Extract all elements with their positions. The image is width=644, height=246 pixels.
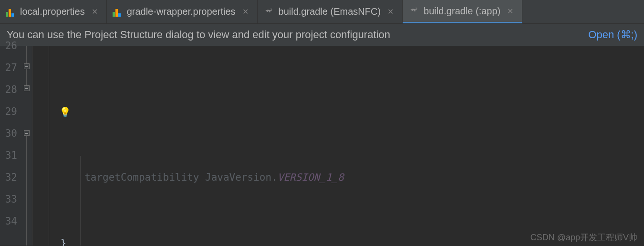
properties-file-icon xyxy=(6,7,15,17)
tab-label: build.gradle (:app) xyxy=(424,6,500,17)
fold-toggle-icon[interactable] xyxy=(24,63,30,69)
code-editor[interactable]: 26 27 28 29 30 31 32 33 34 💡 targetCompa… xyxy=(0,46,644,246)
tab-build-gradle-app[interactable]: build.gradle (:app) ✕ xyxy=(403,0,522,23)
tab-label: gradle-wrapper.properties xyxy=(127,6,236,17)
line-number: 33 xyxy=(0,188,17,210)
gradle-file-icon xyxy=(263,7,274,17)
project-structure-banner: You can use the Project Structure dialog… xyxy=(0,24,644,46)
intention-bulb-icon[interactable]: 💡 xyxy=(59,107,69,117)
code-line: targetCompatibility JavaVersion.VERSION_… xyxy=(36,166,644,188)
line-number: 26 xyxy=(0,35,17,57)
close-icon[interactable]: ✕ xyxy=(505,6,515,17)
tab-label: local.properties xyxy=(20,6,85,17)
line-number: 29 xyxy=(0,101,17,123)
tab-gradle-wrapper[interactable]: gradle-wrapper.properties ✕ xyxy=(107,0,258,23)
line-number: 34 xyxy=(0,210,17,232)
properties-file-icon xyxy=(113,7,122,17)
line-number: 31 xyxy=(0,144,17,166)
open-project-structure-link[interactable]: Open (⌘;) xyxy=(588,29,637,41)
watermark-text: CSDN @app开发工程师V帅 xyxy=(530,232,637,243)
tab-label: build.gradle (EmasNFC) xyxy=(279,6,381,17)
line-number: 28 xyxy=(0,79,17,101)
close-icon[interactable]: ✕ xyxy=(240,6,250,17)
banner-text: You can use the Project Structure dialog… xyxy=(7,29,390,41)
tab-local-properties[interactable]: local.properties ✕ xyxy=(0,0,107,23)
line-number: 32 xyxy=(0,166,17,188)
close-icon[interactable]: ✕ xyxy=(385,6,395,17)
line-number-gutter: 26 27 28 29 30 31 32 33 34 xyxy=(0,46,22,246)
fold-toggle-icon[interactable] xyxy=(24,130,30,136)
line-number: 30 xyxy=(0,123,17,144)
code-area[interactable]: 💡 targetCompatibility JavaVersion.VERSIO… xyxy=(32,46,644,246)
close-icon[interactable]: ✕ xyxy=(90,6,100,17)
fold-gutter xyxy=(22,46,32,246)
gradle-file-icon xyxy=(408,6,419,16)
line-number: 27 xyxy=(0,57,17,79)
editor-tabs: local.properties ✕ gradle-wrapper.proper… xyxy=(0,0,644,24)
fold-toggle-icon[interactable] xyxy=(24,85,30,91)
tab-build-gradle-emasnfc[interactable]: build.gradle (EmasNFC) ✕ xyxy=(258,0,403,23)
